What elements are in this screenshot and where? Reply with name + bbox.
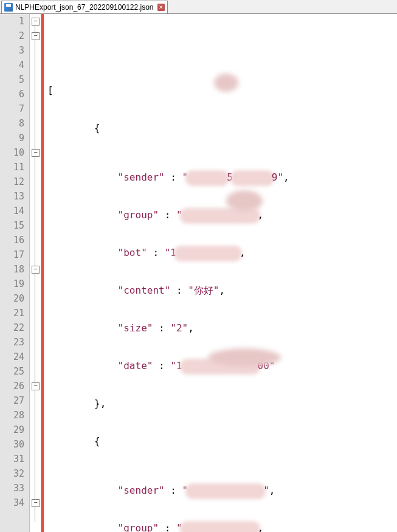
line-number: 25	[0, 364, 29, 379]
line-number: 22	[0, 320, 29, 335]
fold-toggle[interactable]: −	[32, 32, 40, 40]
fold-margin: − − − − − −	[30, 14, 41, 532]
line-number: 4	[0, 58, 29, 72]
line-number: 12	[0, 174, 29, 189]
line-number: 15	[0, 218, 29, 233]
smudge	[208, 348, 281, 367]
fold-toggle[interactable]: −	[32, 499, 40, 507]
fold-toggle[interactable]: −	[32, 18, 40, 26]
line-number: 1	[0, 14, 29, 29]
tab-bar: NLPHExport_json_67_202209100122.json ✕	[0, 0, 397, 14]
line-number: 21	[0, 306, 29, 320]
line-number: 3	[0, 43, 29, 58]
key: "content"	[118, 285, 171, 296]
redacted	[189, 487, 262, 496]
brace-close: },	[94, 398, 106, 409]
fold-toggle[interactable]: −	[32, 382, 40, 390]
line-number: 5	[0, 72, 29, 87]
line-number: 24	[0, 350, 29, 364]
line-number: 11	[0, 160, 29, 174]
redacted	[178, 249, 238, 258]
line-number: 2	[0, 29, 29, 43]
line-number: 23	[0, 335, 29, 350]
line-number: 27	[0, 393, 29, 408]
line-number: 7	[0, 102, 29, 116]
line-number: 13	[0, 189, 29, 204]
line-number: 14	[0, 204, 29, 218]
redacted	[234, 174, 271, 182]
line-number: 10	[0, 145, 29, 160]
redacted	[184, 525, 257, 533]
key: "size"	[118, 322, 153, 334]
key: "sender"	[118, 485, 165, 496]
bracket-open: [	[47, 85, 54, 96]
line-number: 8	[0, 116, 29, 131]
close-icon[interactable]: ✕	[157, 4, 165, 11]
key: "group"	[118, 209, 159, 221]
key: "date"	[118, 360, 153, 371]
line-number: 6	[0, 87, 29, 102]
brace-open: {	[94, 435, 100, 447]
line-number: 33	[0, 481, 29, 496]
code-area[interactable]: [ { "sender" : "59", "group" : ", "bot" …	[44, 14, 397, 532]
line-number: 30	[0, 437, 29, 452]
line-number: 31	[0, 452, 29, 466]
value: "2"	[170, 322, 188, 334]
line-number: 26	[0, 379, 29, 393]
line-number: 28	[0, 408, 29, 423]
redacted	[184, 212, 257, 220]
key: "bot"	[118, 247, 147, 258]
redacted	[189, 174, 226, 182]
brace-open: {	[94, 122, 100, 134]
smudge	[226, 190, 263, 212]
line-number: 34	[0, 496, 29, 510]
line-number: 32	[0, 466, 29, 481]
key: "sender"	[118, 171, 165, 183]
line-number: 9	[0, 131, 29, 145]
save-icon	[4, 3, 13, 12]
tab-filename: NLPHExport_json_67_202209100122.json	[15, 3, 154, 12]
line-number: 16	[0, 233, 29, 247]
smudge	[214, 74, 238, 92]
line-number-gutter: 1234567891011121314151617181920212223242…	[0, 14, 30, 532]
file-tab[interactable]: NLPHExport_json_67_202209100122.json ✕	[1, 1, 168, 13]
line-number: 20	[0, 291, 29, 306]
line-number: 29	[0, 423, 29, 437]
fold-toggle[interactable]: −	[32, 266, 40, 274]
line-number: 19	[0, 277, 29, 291]
line-number: 17	[0, 247, 29, 262]
key: "group"	[118, 522, 159, 532]
value: "你好"	[188, 285, 219, 296]
line-number: 18	[0, 262, 29, 277]
fold-toggle[interactable]: −	[32, 149, 40, 157]
editor: 1234567891011121314151617181920212223242…	[0, 14, 397, 532]
